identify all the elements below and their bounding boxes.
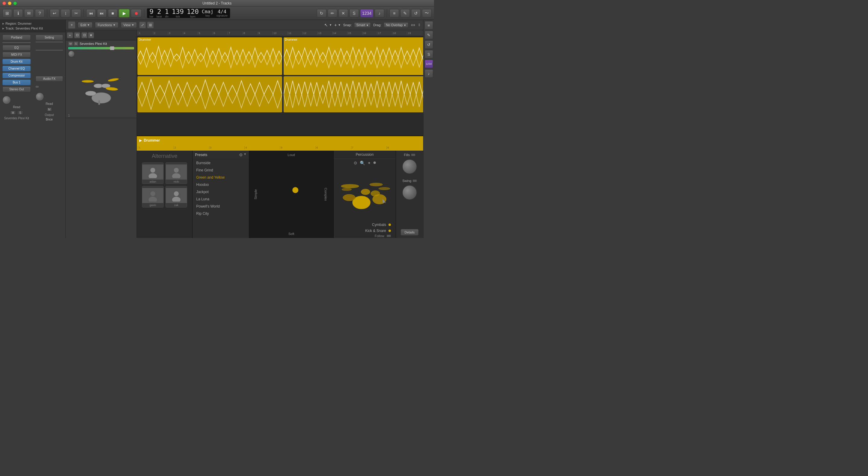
perc-tool-2[interactable]: 🔍: [360, 161, 365, 165]
info-button[interactable]: ℹ: [13, 9, 23, 18]
right-edit-button[interactable]: ✎: [425, 31, 433, 39]
functions-menu-button[interactable]: Functions ▼: [95, 22, 119, 28]
preset-hoodoo[interactable]: Hoodoo: [193, 181, 249, 188]
right-list-button[interactable]: ≡: [425, 21, 433, 30]
preset-powells-world[interactable]: Powell's World: [193, 203, 249, 210]
preset-green-yellow[interactable]: Green and Yellow: [193, 174, 249, 181]
s-button-left[interactable]: S: [17, 110, 23, 115]
cycle-button[interactable]: ↻: [317, 9, 327, 18]
play-button[interactable]: ▶: [119, 9, 130, 18]
undo-button[interactable]: ↩: [50, 9, 59, 18]
drummer-region-2[interactable]: Drummer: [284, 37, 423, 75]
loop-button[interactable]: ↺: [411, 9, 421, 18]
presets-arrow-icon[interactable]: ▼: [244, 153, 247, 157]
alt-item-aidan[interactable]: aidan: [142, 162, 164, 184]
presets-panel: Presets ⚙ ▼ Burnside Fine Grind Green an…: [193, 151, 249, 238]
fills-checkbox[interactable]: [411, 154, 415, 156]
list-button[interactable]: ≡: [390, 9, 399, 18]
preset-fine-grind[interactable]: Fine Grind: [193, 167, 249, 174]
preset-jackpot[interactable]: Jackpot: [193, 188, 249, 195]
bus-button[interactable]: Bus 1: [2, 80, 31, 85]
scissors-button[interactable]: ✂: [71, 9, 81, 18]
alt-item-nicki[interactable]: nicki: [165, 162, 187, 184]
fader-1[interactable]: [2, 42, 31, 43]
library-button[interactable]: ⊞: [2, 9, 12, 18]
xy-dot[interactable]: [292, 187, 299, 193]
minimize-button[interactable]: [8, 1, 11, 5]
pointer-tool[interactable]: ↖ ▼: [324, 23, 332, 27]
m-button-right[interactable]: M: [46, 107, 53, 112]
rewind-button[interactable]: ⏮: [86, 9, 96, 18]
pencil-button[interactable]: ✏: [328, 9, 337, 18]
drummer-region-1[interactable]: Drummer // Generate waveform bars: [137, 37, 282, 75]
cancel-button[interactable]: ✕: [338, 9, 348, 18]
presets-settings-icon[interactable]: ⚙: [239, 153, 243, 157]
stop-button[interactable]: ■: [108, 9, 118, 18]
perc-tool-1[interactable]: ⚙: [353, 161, 358, 165]
maximize-button[interactable]: [13, 1, 17, 5]
swing-checkbox[interactable]: [412, 180, 417, 182]
alt-item-zak[interactable]: zak: [165, 186, 187, 208]
fader-3[interactable]: [36, 50, 63, 51]
mixer-button[interactable]: ⫶: [61, 9, 70, 18]
track-region-area: Drummer // Generate waveform bars: [137, 36, 423, 135]
edit-button[interactable]: ✎: [400, 9, 410, 18]
swing-knob[interactable]: [402, 185, 417, 200]
track-solo-button[interactable]: S: [73, 41, 79, 46]
audio-fx-button[interactable]: Audio FX: [36, 76, 63, 82]
number-display-button[interactable]: 1234: [360, 9, 373, 18]
stereo-out-button[interactable]: Stereo Out: [2, 87, 31, 92]
drummer-region-2-lower[interactable]: [284, 76, 423, 113]
view-menu-button[interactable]: View ▼: [121, 22, 137, 28]
preset-burnside[interactable]: Burnside: [193, 159, 249, 167]
xy-pad[interactable]: Loud Soft Simple Complex: [249, 151, 334, 238]
track-knob[interactable]: [68, 51, 75, 57]
wave-button[interactable]: 〜: [422, 9, 432, 18]
s-button[interactable]: S: [349, 9, 359, 18]
volume-bar[interactable]: [68, 47, 134, 50]
fills-knob[interactable]: [402, 159, 417, 174]
alt-avatar-nicki: [166, 164, 187, 180]
drag-select[interactable]: No Overlap ▼: [384, 22, 408, 28]
track-mute-button[interactable]: M: [68, 41, 73, 46]
follow-checkbox[interactable]: [387, 235, 391, 237]
snap-select[interactable]: Smart ▼: [354, 22, 371, 28]
drum-kit-button[interactable]: Drum Kit: [2, 59, 31, 64]
eq-button[interactable]: EQ: [2, 45, 31, 51]
fast-forward-button[interactable]: ⏭: [97, 9, 107, 18]
preset-rip-city[interactable]: Rip City: [193, 210, 249, 217]
compressor-button[interactable]: Compressor: [2, 73, 31, 78]
midi-fx-button[interactable]: MIDI FX: [2, 52, 31, 58]
channel-eq-button[interactable]: Channel EQ: [2, 66, 31, 71]
close-button[interactable]: [2, 1, 6, 5]
edit-menu-button[interactable]: Edit ▼: [78, 22, 93, 28]
knob-right[interactable]: [36, 93, 44, 101]
perc-tool-3[interactable]: ✦: [367, 161, 371, 165]
setting-button[interactable]: Setting: [36, 35, 63, 40]
right-loop-button[interactable]: ↺: [425, 40, 433, 49]
add-track-button[interactable]: +: [68, 21, 75, 29]
knob-left[interactable]: [2, 96, 11, 104]
note-button[interactable]: ✉: [24, 9, 34, 18]
drummer-region-1-lower[interactable]: [137, 76, 282, 113]
window-controls[interactable]: [2, 1, 17, 5]
right-s-button[interactable]: S: [425, 50, 433, 58]
record-button[interactable]: ⏺: [131, 9, 142, 18]
alt-item-gavin[interactable]: gavin: [142, 186, 164, 208]
fader-2[interactable]: [36, 41, 63, 42]
track-settings-button[interactable]: ⊡: [82, 32, 87, 38]
expand-button[interactable]: ⤢: [139, 22, 146, 28]
volume-handle[interactable]: [110, 46, 114, 50]
preset-la-luna[interactable]: La Luna: [193, 195, 249, 203]
track-view-button[interactable]: ▼: [88, 32, 94, 38]
portland-button[interactable]: Portland: [2, 35, 31, 40]
help-button[interactable]: ?: [35, 9, 44, 18]
grid-button[interactable]: ⊞: [147, 22, 154, 28]
note-edit-button[interactable]: ♪: [375, 9, 384, 18]
m-button-left[interactable]: M: [10, 110, 16, 115]
right-number-button[interactable]: 1234: [425, 60, 433, 68]
add-track-small[interactable]: +: [67, 32, 73, 38]
details-button[interactable]: Details: [401, 229, 418, 235]
copy-track-button[interactable]: ⊡: [74, 32, 80, 38]
right-note-button[interactable]: ♪: [425, 69, 433, 78]
